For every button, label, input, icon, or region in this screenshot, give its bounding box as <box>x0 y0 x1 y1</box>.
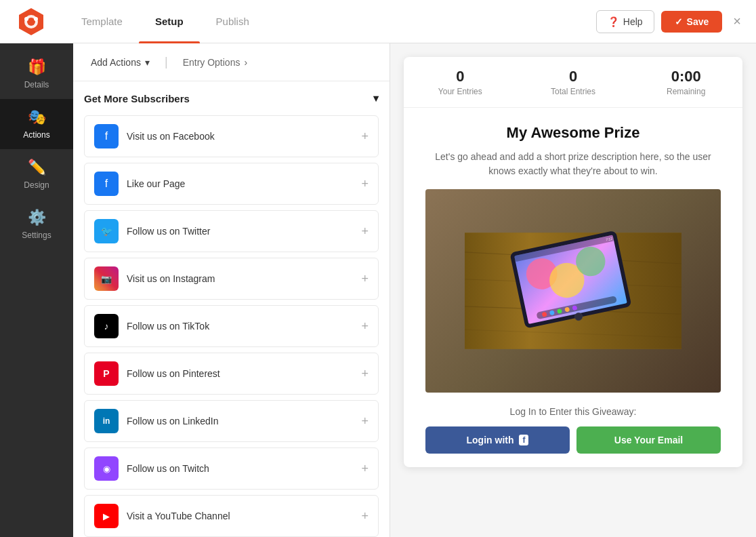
youtube-visit-icon: ▶ <box>94 504 119 528</box>
actions-icon: 🎭 <box>28 108 46 126</box>
section-collapse-icon[interactable]: ▾ <box>373 92 379 104</box>
prize-image: 7:12 <box>425 189 721 393</box>
add-youtube-visit-button[interactable]: + <box>361 509 369 523</box>
facebook-login-button[interactable]: Login with f <box>425 426 570 454</box>
sidebar: 🎁 Details 🎭 Actions ✏️ Design ⚙️ Setting… <box>0 43 73 537</box>
section-header: Get More Subscribers ▾ <box>84 92 379 104</box>
action-label-facebook-visit: Visit us on Facebook <box>127 131 353 142</box>
sub-nav: Add Actions ▾ | Entry Options › <box>73 43 390 81</box>
action-label-facebook-like: Like our Page <box>127 178 353 189</box>
gift-icon: 🎁 <box>28 58 46 76</box>
tab-template[interactable]: Template <box>65 0 139 43</box>
entry-options-chevron-icon: › <box>244 57 247 68</box>
add-facebook-visit-button[interactable]: + <box>361 130 369 144</box>
sidebar-item-actions[interactable]: 🎭 Actions <box>0 99 73 149</box>
action-label-youtube-visit: Visit a YouTube Channel <box>127 511 353 521</box>
preview-panel: 0 Your Entries 0 Total Entries 0:00 Rema… <box>390 43 756 537</box>
prize-image-svg: 7:12 <box>465 216 681 365</box>
login-text: Log In to Enter this Giveaway: <box>425 406 721 417</box>
tiktok-follow-icon: ♪ <box>94 314 119 338</box>
action-item-pinterest-follow[interactable]: P Follow us on Pinterest + <box>84 353 379 395</box>
action-item-instagram-visit[interactable]: 📷 Visit us on Instagram + <box>84 258 379 300</box>
tab-setup[interactable]: Setup <box>139 0 200 43</box>
remaining-value: 0:00 <box>629 68 742 85</box>
prize-description: Let's go ahead and add a short prize des… <box>425 150 721 178</box>
add-pinterest-follow-button[interactable]: + <box>361 367 369 381</box>
total-entries-label: Total Entries <box>517 87 630 96</box>
app-logo <box>16 7 46 37</box>
login-section: Log In to Enter this Giveaway: Login wit… <box>425 406 721 454</box>
action-label-linkedin-follow: Follow us on LinkedIn <box>127 416 353 426</box>
logo-area <box>11 7 51 37</box>
action-label-twitch-follow: Follow us on Twitch <box>127 463 353 474</box>
twitter-follow-icon: 🐦 <box>94 219 119 243</box>
svg-point-3 <box>24 17 28 21</box>
sidebar-item-settings-label: Settings <box>22 231 51 240</box>
action-label-twitter-follow: Follow us on Twitter <box>127 226 353 237</box>
facebook-visit-icon: f <box>94 124 119 148</box>
email-login-button[interactable]: Use Your Email <box>576 426 721 454</box>
actions-list: Get More Subscribers ▾ f Visit us on Fac… <box>73 81 390 537</box>
section-title: Get More Subscribers <box>84 93 190 104</box>
add-twitter-follow-button[interactable]: + <box>361 224 369 239</box>
prize-title: My Awesome Prize <box>425 124 721 142</box>
nav-divider: | <box>165 55 168 69</box>
gear-icon: ⚙️ <box>28 209 46 226</box>
action-item-tiktok-follow[interactable]: ♪ Follow us on TikTok + <box>84 305 379 347</box>
stat-your-entries: 0 Your Entries <box>404 68 517 96</box>
help-icon: ❓ <box>608 16 619 27</box>
save-button[interactable]: ✓ Save <box>661 11 723 33</box>
add-instagram-visit-button[interactable]: + <box>361 272 369 286</box>
action-item-twitter-follow[interactable]: 🐦 Follow us on Twitter + <box>84 210 379 252</box>
action-item-youtube-visit[interactable]: ▶ Visit a YouTube Channel + <box>84 495 379 537</box>
top-nav: Template Setup Publish ❓ Help ✓ Save × <box>0 0 756 43</box>
preview-stats-bar: 0 Your Entries 0 Total Entries 0:00 Rema… <box>404 57 742 108</box>
fb-login-label: Login with <box>467 435 514 445</box>
add-linkedin-follow-button[interactable]: + <box>361 414 369 429</box>
help-button[interactable]: ❓ Help <box>596 10 654 33</box>
dropdown-chevron-icon: ▾ <box>145 57 150 68</box>
facebook-f-icon: f <box>519 435 528 445</box>
check-icon: ✓ <box>675 16 683 27</box>
login-buttons: Login with f Use Your Email <box>425 426 721 454</box>
action-label-tiktok-follow: Follow us on TikTok <box>127 321 353 332</box>
add-tiktok-follow-button[interactable]: + <box>361 319 369 334</box>
nav-right-actions: ❓ Help ✓ Save × <box>596 9 745 33</box>
content-panel: Add Actions ▾ | Entry Options › Get More… <box>73 43 390 537</box>
add-twitch-follow-button[interactable]: + <box>361 462 369 476</box>
twitch-follow-icon: ◉ <box>94 456 119 481</box>
entry-options-label: Entry Options <box>183 57 240 68</box>
your-entries-value: 0 <box>404 68 517 85</box>
stat-total-entries: 0 Total Entries <box>517 68 630 96</box>
action-item-facebook-like[interactable]: f Like our Page + <box>84 163 379 205</box>
facebook-like-icon: f <box>94 172 119 196</box>
main-nav-tabs: Template Setup Publish <box>51 0 596 43</box>
action-label-instagram-visit: Visit us on Instagram <box>127 273 353 284</box>
sidebar-item-actions-label: Actions <box>23 130 49 140</box>
preview-card: 0 Your Entries 0 Total Entries 0:00 Rema… <box>404 57 742 467</box>
action-item-facebook-visit[interactable]: f Visit us on Facebook + <box>84 115 379 157</box>
add-actions-button[interactable]: Add Actions ▾ <box>81 52 159 73</box>
stat-remaining: 0:00 Remaining <box>629 68 742 96</box>
your-entries-label: Your Entries <box>404 87 517 96</box>
instagram-visit-icon: 📷 <box>94 266 119 291</box>
close-button[interactable]: × <box>729 9 745 33</box>
action-item-linkedin-follow[interactable]: in Follow us on LinkedIn + <box>84 400 379 442</box>
main-layout: 🎁 Details 🎭 Actions ✏️ Design ⚙️ Setting… <box>0 43 756 537</box>
preview-body: My Awesome Prize Let's go ahead and add … <box>404 108 742 467</box>
linkedin-follow-icon: in <box>94 409 119 433</box>
total-entries-value: 0 <box>517 68 630 85</box>
add-actions-label: Add Actions <box>91 57 141 68</box>
svg-point-4 <box>34 17 38 21</box>
email-login-label: Use Your Email <box>614 435 683 445</box>
sidebar-item-details[interactable]: 🎁 Details <box>0 49 73 99</box>
remaining-label: Remaining <box>629 87 742 96</box>
action-label-pinterest-follow: Follow us on Pinterest <box>127 368 353 379</box>
sidebar-item-settings[interactable]: ⚙️ Settings <box>0 199 73 250</box>
design-icon: ✏️ <box>28 159 46 176</box>
sidebar-item-design[interactable]: ✏️ Design <box>0 149 73 199</box>
action-item-twitch-follow[interactable]: ◉ Follow us on Twitch + <box>84 447 379 490</box>
tab-publish[interactable]: Publish <box>200 0 266 43</box>
entry-options-button[interactable]: Entry Options › <box>173 52 257 73</box>
add-facebook-like-button[interactable]: + <box>361 177 369 191</box>
